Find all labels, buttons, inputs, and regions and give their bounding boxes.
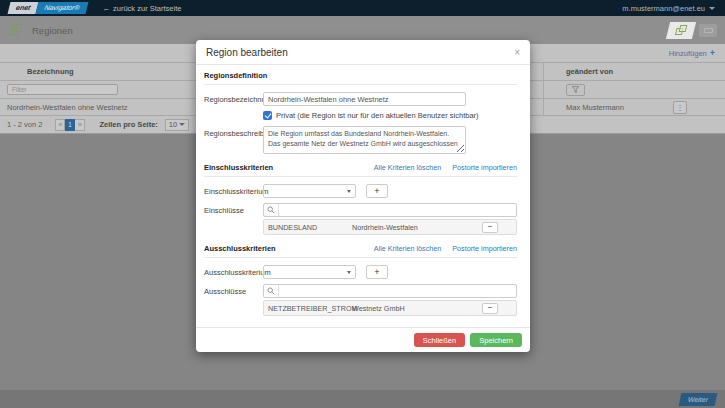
funnel-icon xyxy=(572,86,579,93)
modal-header: Region bearbeiten × xyxy=(196,40,530,65)
regionsbezeichnung-input[interactable] xyxy=(263,92,466,106)
einschluss-item-type: BUNDESLAND xyxy=(268,223,352,232)
row-actions-button[interactable]: ⋮ xyxy=(673,101,687,114)
remove-ausschluss-button[interactable]: − xyxy=(482,303,498,314)
ausschlusskriterium-row: Ausschlusskriterium + xyxy=(204,265,517,279)
ausschlusskriterien-heading: Ausschlusskriterien xyxy=(204,244,276,253)
plus-icon[interactable]: + xyxy=(710,48,715,58)
einschlusskriterien-heading: Einschlusskriterien xyxy=(204,163,273,172)
header-actions xyxy=(668,22,717,39)
private-checkbox[interactable] xyxy=(263,111,272,120)
column-header-geaendert-von[interactable]: geändert von xyxy=(543,63,725,80)
section-einschlusskriterien: Einschlusskriterien Alle Kriterien lösch… xyxy=(204,163,517,177)
section-regionsdefinition: Regionsdefinition xyxy=(204,71,517,85)
top-navbar: enet Navigator® ← zurück zur Startseite … xyxy=(0,0,725,16)
regions-icon xyxy=(10,24,23,37)
page-title: Regionen xyxy=(32,25,73,36)
include-import-postorte-link[interactable]: Postorte importieren xyxy=(452,163,517,172)
modal-body: Regionsdefinition Regionsbezeichnung Pri… xyxy=(196,65,530,327)
back-to-start-link[interactable]: ← zurück zur Startseite xyxy=(103,4,182,13)
rows-per-page-value: 10 xyxy=(169,120,177,129)
rows-per-page-label: Zeilen pro Seite: xyxy=(99,120,157,129)
overlap-squares-icon xyxy=(674,25,688,36)
exclude-import-postorte-link[interactable]: Postorte importieren xyxy=(452,244,517,253)
speichern-button[interactable]: Speichern xyxy=(470,333,522,347)
pagination-next-button[interactable]: » xyxy=(75,119,85,131)
add-region-link[interactable]: Hinzufügen xyxy=(669,49,707,58)
remove-einschluss-button[interactable]: − xyxy=(482,222,498,233)
rows-per-page-select[interactable]: 10 xyxy=(165,119,189,131)
ausschluesse-label: Ausschlüsse xyxy=(204,284,263,316)
einschluesse-search-input[interactable] xyxy=(279,204,516,216)
modal-title: Region bearbeiten xyxy=(206,47,288,58)
pagination-prev-button[interactable]: « xyxy=(55,119,65,131)
regionsbeschreibung-label: Regionsbeschreibung xyxy=(204,126,263,154)
search-icon xyxy=(264,285,279,297)
ausschluesse-search xyxy=(263,284,517,298)
filter-funnel-button[interactable] xyxy=(566,84,585,96)
secondary-action-button[interactable] xyxy=(699,24,717,37)
private-checkbox-label: Privat (die Region ist nur für den aktue… xyxy=(276,111,479,120)
add-einschlusskriterium-button[interactable]: + xyxy=(366,184,388,198)
chevron-down-icon xyxy=(347,190,351,193)
chevron-down-icon xyxy=(709,7,715,10)
page-footer: Weiter xyxy=(0,390,725,408)
close-icon[interactable]: × xyxy=(514,49,520,57)
ausschlusskriterium-label: Ausschlusskriterium xyxy=(204,265,263,279)
panel-icon xyxy=(704,28,713,33)
add-ausschlusskriterium-button[interactable]: + xyxy=(366,265,388,279)
einschlusskriterium-select[interactable] xyxy=(263,184,356,198)
ausschluesse-row: Ausschlüsse NETZBETREIBER_STROM Westnetz… xyxy=(204,284,517,316)
weiter-button[interactable]: Weiter xyxy=(679,393,718,406)
chevron-down-icon xyxy=(179,123,185,126)
regionsdefinition-heading: Regionsdefinition xyxy=(204,71,267,80)
pagination-page-1-button[interactable]: 1 xyxy=(65,119,75,131)
regionsbezeichnung-row: Regionsbezeichnung xyxy=(204,92,517,106)
cell-geaendert-von: Max Mustermann xyxy=(566,103,624,112)
ausschluss-item-type: NETZBETREIBER_STROM xyxy=(268,304,352,313)
include-clear-all-link[interactable]: Alle Kriterien löschen xyxy=(374,163,442,172)
ausschluss-list-item: NETZBETREIBER_STROM Westnetz GmbH − xyxy=(263,300,517,316)
primary-action-button[interactable] xyxy=(666,22,696,39)
privat-row: Privat (die Region ist nur für den aktue… xyxy=(263,111,517,120)
regionsbezeichnung-label: Regionsbezeichnung xyxy=(204,92,263,106)
regionsbeschreibung-row: Regionsbeschreibung Die Region umfasst d… xyxy=(204,126,517,154)
bezeichnung-filter-input[interactable] xyxy=(7,84,118,95)
region-edit-modal: Region bearbeiten × Regionsdefinition Re… xyxy=(196,40,530,352)
search-icon xyxy=(264,204,279,216)
logo-navigator: Navigator® xyxy=(36,2,88,14)
ausschluesse-search-input[interactable] xyxy=(279,285,516,297)
back-link-label: zurück zur Startseite xyxy=(113,4,181,13)
app-logo: enet Navigator® xyxy=(8,2,89,14)
einschluss-list-item: BUNDESLAND Nordrhein-Westfalen − xyxy=(263,219,517,235)
modal-footer: Schließen Speichern xyxy=(196,327,530,352)
einschluesse-label: Einschlüsse xyxy=(204,203,263,235)
einschlusskriterium-row: Einschlusskriterium + xyxy=(204,184,517,198)
section-ausschlusskriterien: Ausschlusskriterien Alle Kriterien lösch… xyxy=(204,244,517,258)
schliessen-button[interactable]: Schließen xyxy=(414,333,465,347)
user-email: m.mustermann@enet.eu xyxy=(622,4,705,13)
einschluesse-row: Einschlüsse BUNDESLAND Nordrhein-Westfal… xyxy=(204,203,517,235)
einschluesse-search xyxy=(263,203,517,217)
logo-enet: enet xyxy=(8,2,39,14)
pagination-range: 1 - 2 von 2 xyxy=(7,120,42,129)
back-arrow-icon: ← xyxy=(103,4,111,13)
exclude-clear-all-link[interactable]: Alle Kriterien löschen xyxy=(374,244,442,253)
einschlusskriterium-label: Einschlusskriterium xyxy=(204,184,263,198)
user-menu[interactable]: m.mustermann@enet.eu xyxy=(622,4,715,13)
regionsbeschreibung-textarea[interactable]: Die Region umfasst das Bundesland Nordrh… xyxy=(263,126,466,154)
chevron-down-icon xyxy=(347,271,351,274)
ausschluss-item-value: Westnetz GmbH xyxy=(352,304,405,313)
ausschlusskriterium-select[interactable] xyxy=(263,265,356,279)
einschluss-item-value: Nordrhein-Westfalen xyxy=(352,223,418,232)
